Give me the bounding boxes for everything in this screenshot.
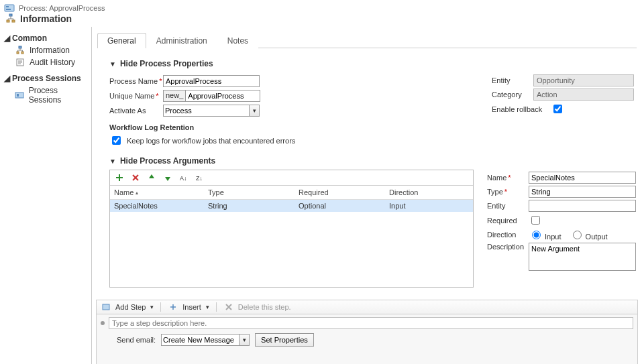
- caret-down-icon: ◢: [4, 74, 9, 83]
- arg-name-label: Name*: [487, 174, 529, 182]
- svg-rect-4: [7, 20, 9, 22]
- svg-rect-10: [15, 93, 23, 98]
- arg-type-label: Type*: [487, 188, 529, 196]
- arg-entity-label: Entity: [487, 202, 529, 210]
- page-title: Information: [20, 13, 72, 24]
- category-label: Category: [492, 90, 533, 99]
- delete-step-button[interactable]: Delete this step.: [238, 303, 291, 311]
- svg-rect-3: [9, 14, 12, 16]
- svg-text:A↓: A↓: [180, 175, 187, 182]
- section-toggle-process-properties[interactable]: ▼ Hide Process Properties: [109, 59, 638, 68]
- add-step-button[interactable]: Add Step: [115, 303, 154, 311]
- sessions-icon: [15, 90, 25, 100]
- dropdown-icon[interactable]: ▾: [239, 334, 250, 346]
- delete-icon: [223, 302, 234, 312]
- tab-notes[interactable]: Notes: [217, 33, 258, 48]
- svg-rect-0: [5, 5, 14, 11]
- svg-rect-5: [12, 20, 15, 22]
- svg-rect-11: [17, 94, 19, 97]
- step-action-label: Send email:: [117, 336, 156, 344]
- arg-type-select[interactable]: [529, 186, 636, 198]
- arg-description-label: Description: [487, 243, 529, 251]
- steps-body: Send email: ▾ Set Properties: [96, 314, 638, 364]
- col-header-required[interactable]: Required: [295, 186, 385, 199]
- sidebar: ◢ Common Information Audit History: [0, 27, 92, 364]
- arg-name-input[interactable]: [529, 172, 636, 184]
- arg-direction-label: Direction: [487, 231, 529, 239]
- col-header-type[interactable]: Type: [204, 186, 295, 199]
- sidebar-item-audit-history[interactable]: Audit History: [0, 56, 91, 68]
- sort-asc-button[interactable]: A↓: [178, 172, 189, 183]
- section-toggle-process-arguments[interactable]: ▼ Hide Process Arguments: [109, 156, 638, 166]
- cell-name: SpecialNotes: [110, 200, 204, 212]
- workflow-log-retention-header: Workflow Log Retention: [109, 123, 295, 131]
- svg-rect-16: [103, 304, 109, 310]
- sidebar-item-label: Process Sessions: [29, 86, 87, 105]
- sidebar-section-label: Common: [12, 34, 47, 43]
- sidebar-section-process-sessions[interactable]: ◢ Process Sessions: [0, 72, 91, 84]
- keep-logs-checkbox[interactable]: [112, 136, 121, 145]
- process-icon: [4, 3, 15, 13]
- window-header: Process: ApprovalProcess Information: [0, 0, 642, 27]
- sort-desc-button[interactable]: Z↓: [195, 172, 205, 183]
- category-field: Action: [533, 88, 634, 101]
- step-description-input[interactable]: [109, 317, 633, 329]
- step-bullet-icon: [101, 321, 105, 325]
- svg-rect-6: [19, 46, 21, 48]
- collapse-caret-icon: ▼: [109, 60, 116, 68]
- keep-logs-label: Keep logs for workflow jobs that encount…: [127, 137, 295, 145]
- activate-as-select[interactable]: [163, 105, 260, 117]
- svg-rect-1: [6, 6, 9, 7]
- tab-administration[interactable]: Administration: [146, 33, 217, 48]
- info-icon: [15, 46, 25, 55]
- direction-output-radio[interactable]: Output: [570, 229, 608, 241]
- steps-toolbar: Add Step Insert Delete this step.: [96, 300, 638, 314]
- dropdown-icon[interactable]: ▾: [249, 105, 260, 117]
- activate-as-label: Activate As: [109, 107, 163, 115]
- sidebar-item-label: Audit History: [30, 58, 75, 67]
- cell-direction: Input: [385, 200, 473, 212]
- enable-rollback-label: Enable rollback: [492, 105, 551, 113]
- move-down-button[interactable]: [162, 172, 173, 183]
- cell-type: String: [204, 200, 295, 212]
- tab-general[interactable]: General: [97, 33, 146, 48]
- svg-text:Z↓: Z↓: [196, 175, 203, 182]
- process-name-input[interactable]: [163, 75, 260, 87]
- argument-form: Name* Type* Entity: [487, 170, 638, 288]
- add-argument-button[interactable]: [114, 172, 125, 183]
- insert-button[interactable]: Insert: [182, 303, 209, 311]
- caret-down-icon: ◢: [4, 34, 9, 43]
- tab-strip: General Administration Notes: [97, 32, 637, 48]
- unique-name-prefix: new_: [163, 90, 185, 102]
- add-step-icon: [101, 302, 111, 312]
- section-title: Hide Process Properties: [120, 59, 213, 68]
- arg-entity-input[interactable]: [529, 200, 636, 212]
- arg-required-checkbox[interactable]: [531, 216, 540, 225]
- sort-asc-icon: ▴: [136, 190, 138, 196]
- unique-name-label: Unique Name*: [109, 92, 163, 100]
- process-label: Process: ApprovalProcess: [19, 4, 105, 12]
- sidebar-item-process-sessions[interactable]: Process Sessions: [0, 84, 91, 106]
- entity-field: Opportunity: [533, 74, 634, 86]
- unique-name-input[interactable]: [185, 90, 260, 102]
- col-header-name[interactable]: Name▴: [110, 186, 204, 199]
- entity-label: Entity: [492, 76, 533, 84]
- arguments-grid: A↓ Z↓ Name▴ Type Required Direction: [109, 170, 474, 288]
- move-up-button[interactable]: [146, 172, 157, 183]
- table-row[interactable]: SpecialNotes String Optional Input: [110, 200, 473, 212]
- grid-header: Name▴ Type Required Direction: [110, 186, 473, 200]
- direction-input-radio[interactable]: Input: [529, 229, 561, 241]
- sidebar-item-information[interactable]: Information: [0, 44, 91, 56]
- arg-required-label: Required: [487, 217, 529, 225]
- arg-description-textarea[interactable]: [529, 243, 636, 271]
- step-email-select[interactable]: [161, 334, 250, 346]
- svg-rect-13: [116, 177, 123, 178]
- sidebar-section-common[interactable]: ◢ Common: [0, 32, 91, 44]
- process-name-label: Process Name*: [109, 77, 163, 85]
- section-title: Hide Process Arguments: [120, 156, 215, 166]
- set-properties-button[interactable]: Set Properties: [255, 333, 314, 347]
- info-tree-icon: [5, 13, 16, 24]
- delete-argument-button[interactable]: [130, 172, 141, 183]
- enable-rollback-checkbox[interactable]: [553, 105, 562, 113]
- col-header-direction[interactable]: Direction: [385, 186, 473, 199]
